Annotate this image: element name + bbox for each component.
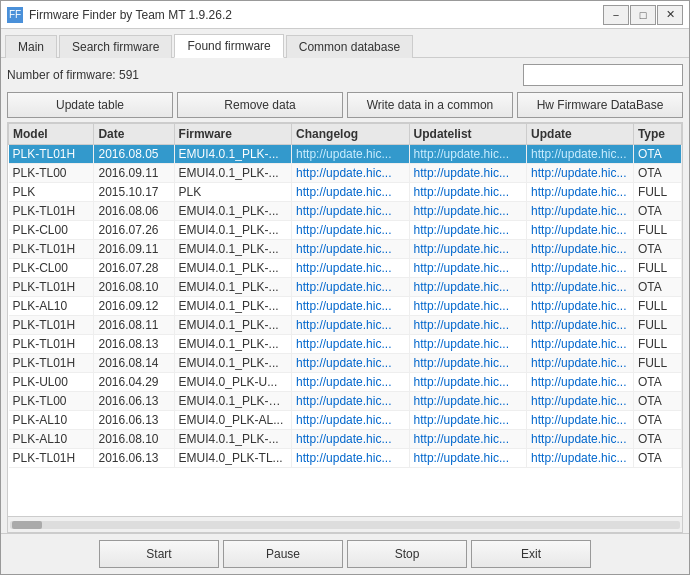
cell-updatelist[interactable]: http://update.hic... — [409, 183, 527, 202]
cell-model: PLK-TL01H — [9, 278, 94, 297]
table-row[interactable]: PLK-TL01H 2016.08.13 EMUI4.0.1_PLK-... h… — [9, 335, 682, 354]
tab-common-database[interactable]: Common database — [286, 35, 413, 58]
table-row[interactable]: PLK-TL01H 2016.08.05 EMUI4.0.1_PLK-... h… — [9, 145, 682, 164]
cell-changelog[interactable]: http://update.hic... — [292, 183, 410, 202]
cell-date: 2016.06.13 — [94, 449, 174, 468]
close-button[interactable]: ✕ — [657, 5, 683, 25]
h-scroll-thumb[interactable] — [12, 521, 42, 529]
table-scroll-area[interactable]: Model Date Firmware Changelog Updatelist… — [8, 123, 682, 516]
table-row[interactable]: PLK-AL10 2016.08.10 EMUI4.0.1_PLK-... ht… — [9, 430, 682, 449]
hw-firmware-button[interactable]: Hw Firmware DataBase — [517, 92, 683, 118]
table-row[interactable]: PLK-TL01H 2016.08.10 EMUI4.0.1_PLK-... h… — [9, 278, 682, 297]
write-data-button[interactable]: Write data in a common — [347, 92, 513, 118]
cell-changelog[interactable]: http://update.hic... — [292, 164, 410, 183]
tab-main[interactable]: Main — [5, 35, 57, 58]
maximize-button[interactable]: □ — [630, 5, 656, 25]
cell-update[interactable]: http://update.hic... — [527, 354, 634, 373]
cell-update[interactable]: http://update.hic... — [527, 221, 634, 240]
cell-updatelist[interactable]: http://update.hic... — [409, 145, 527, 164]
table-row[interactable]: PLK-CL00 2016.07.26 EMUI4.0.1_PLK-... ht… — [9, 221, 682, 240]
search-input[interactable] — [523, 64, 683, 86]
cell-changelog[interactable]: http://update.hic... — [292, 297, 410, 316]
table-row[interactable]: PLK-TL01H 2016.09.11 EMUI4.0.1_PLK-... h… — [9, 240, 682, 259]
cell-type: OTA — [633, 373, 681, 392]
cell-update[interactable]: http://update.hic... — [527, 392, 634, 411]
cell-update[interactable]: http://update.hic... — [527, 335, 634, 354]
update-table-button[interactable]: Update table — [7, 92, 173, 118]
cell-update[interactable]: http://update.hic... — [527, 449, 634, 468]
table-row[interactable]: PLK-AL10 2016.09.12 EMUI4.0.1_PLK-... ht… — [9, 297, 682, 316]
table-row[interactable]: PLK-TL00 2016.06.13 EMUI4.0.1_PLK-TL... … — [9, 392, 682, 411]
cell-changelog[interactable]: http://update.hic... — [292, 221, 410, 240]
cell-updatelist[interactable]: http://update.hic... — [409, 278, 527, 297]
cell-updatelist[interactable]: http://update.hic... — [409, 449, 527, 468]
exit-button[interactable]: Exit — [471, 540, 591, 568]
cell-type: OTA — [633, 240, 681, 259]
cell-update[interactable]: http://update.hic... — [527, 316, 634, 335]
cell-updatelist[interactable]: http://update.hic... — [409, 354, 527, 373]
cell-type: OTA — [633, 430, 681, 449]
cell-changelog[interactable]: http://update.hic... — [292, 335, 410, 354]
cell-update[interactable]: http://update.hic... — [527, 278, 634, 297]
cell-updatelist[interactable]: http://update.hic... — [409, 335, 527, 354]
cell-changelog[interactable]: http://update.hic... — [292, 145, 410, 164]
table-row[interactable]: PLK-CL00 2016.07.28 EMUI4.0.1_PLK-... ht… — [9, 259, 682, 278]
cell-update[interactable]: http://update.hic... — [527, 164, 634, 183]
table-row[interactable]: PLK-TL01H 2016.08.11 EMUI4.0.1_PLK-... h… — [9, 316, 682, 335]
table-row[interactable]: PLK-UL00 2016.04.29 EMUI4.0_PLK-U... htt… — [9, 373, 682, 392]
minimize-button[interactable]: − — [603, 5, 629, 25]
cell-updatelist[interactable]: http://update.hic... — [409, 202, 527, 221]
cell-changelog[interactable]: http://update.hic... — [292, 240, 410, 259]
table-row[interactable]: PLK-TL01H 2016.06.13 EMUI4.0_PLK-TL... h… — [9, 449, 682, 468]
cell-type: FULL — [633, 183, 681, 202]
remove-data-button[interactable]: Remove data — [177, 92, 343, 118]
pause-button[interactable]: Pause — [223, 540, 343, 568]
table-row[interactable]: PLK-TL01H 2016.08.06 EMUI4.0.1_PLK-... h… — [9, 202, 682, 221]
cell-updatelist[interactable]: http://update.hic... — [409, 259, 527, 278]
table-row[interactable]: PLK-TL01H 2016.08.14 EMUI4.0.1_PLK-... h… — [9, 354, 682, 373]
cell-changelog[interactable]: http://update.hic... — [292, 278, 410, 297]
cell-changelog[interactable]: http://update.hic... — [292, 373, 410, 392]
tab-search-firmware[interactable]: Search firmware — [59, 35, 172, 58]
cell-update[interactable]: http://update.hic... — [527, 297, 634, 316]
start-button[interactable]: Start — [99, 540, 219, 568]
cell-update[interactable]: http://update.hic... — [527, 411, 634, 430]
cell-update[interactable]: http://update.hic... — [527, 240, 634, 259]
table-row[interactable]: PLK-AL10 2016.06.13 EMUI4.0_PLK-AL... ht… — [9, 411, 682, 430]
cell-updatelist[interactable]: http://update.hic... — [409, 411, 527, 430]
cell-update[interactable]: http://update.hic... — [527, 145, 634, 164]
cell-updatelist[interactable]: http://update.hic... — [409, 221, 527, 240]
cell-model: PLK-AL10 — [9, 430, 94, 449]
cell-update[interactable]: http://update.hic... — [527, 259, 634, 278]
cell-changelog[interactable]: http://update.hic... — [292, 411, 410, 430]
stop-button[interactable]: Stop — [347, 540, 467, 568]
table-row[interactable]: PLK-TL00 2016.09.11 EMUI4.0.1_PLK-... ht… — [9, 164, 682, 183]
cell-type: OTA — [633, 411, 681, 430]
cell-changelog[interactable]: http://update.hic... — [292, 202, 410, 221]
cell-update[interactable]: http://update.hic... — [527, 373, 634, 392]
cell-date: 2016.08.10 — [94, 430, 174, 449]
cell-update[interactable]: http://update.hic... — [527, 430, 634, 449]
firmware-count-label: Number of firmware: 591 — [7, 68, 139, 82]
cell-updatelist[interactable]: http://update.hic... — [409, 430, 527, 449]
cell-changelog[interactable]: http://update.hic... — [292, 316, 410, 335]
cell-changelog[interactable]: http://update.hic... — [292, 392, 410, 411]
table-row[interactable]: PLK 2015.10.17 PLK http://update.hic... … — [9, 183, 682, 202]
col-header-date: Date — [94, 124, 174, 145]
cell-changelog[interactable]: http://update.hic... — [292, 354, 410, 373]
col-header-type: Type — [633, 124, 681, 145]
cell-changelog[interactable]: http://update.hic... — [292, 430, 410, 449]
cell-updatelist[interactable]: http://update.hic... — [409, 316, 527, 335]
cell-updatelist[interactable]: http://update.hic... — [409, 297, 527, 316]
cell-updatelist[interactable]: http://update.hic... — [409, 240, 527, 259]
cell-updatelist[interactable]: http://update.hic... — [409, 392, 527, 411]
cell-updatelist[interactable]: http://update.hic... — [409, 373, 527, 392]
horizontal-scrollbar[interactable] — [8, 516, 682, 532]
tab-found-firmware[interactable]: Found firmware — [174, 34, 283, 58]
cell-firmware: EMUI4.0_PLK-AL... — [174, 411, 292, 430]
cell-changelog[interactable]: http://update.hic... — [292, 259, 410, 278]
cell-update[interactable]: http://update.hic... — [527, 183, 634, 202]
cell-update[interactable]: http://update.hic... — [527, 202, 634, 221]
cell-updatelist[interactable]: http://update.hic... — [409, 164, 527, 183]
cell-changelog[interactable]: http://update.hic... — [292, 449, 410, 468]
